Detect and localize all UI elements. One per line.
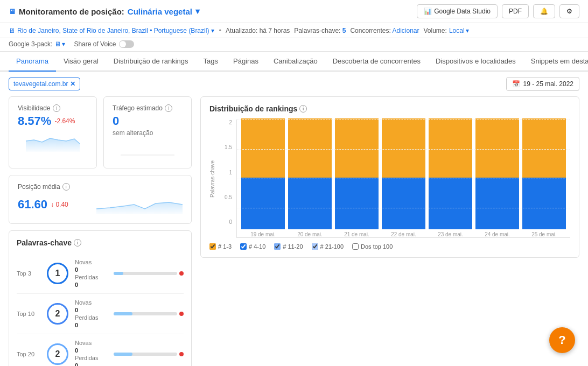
bar-seg-blue-25mai	[522, 178, 566, 229]
novas-label-top20: Novas	[75, 340, 107, 346]
bar-stack-21mai	[335, 118, 379, 229]
y-label-05: 0.5	[225, 194, 232, 200]
keywords-count[interactable]: 5	[342, 27, 346, 34]
kw-dot-top3	[179, 271, 184, 276]
tab-visao-geral[interactable]: Visão geral	[56, 52, 106, 72]
settings-button[interactable]: ⚙	[559, 4, 579, 18]
volume-selector[interactable]: Local ▾	[449, 27, 469, 34]
kw-bar-top20	[114, 352, 184, 356]
legend-checkbox-1-3[interactable]	[209, 243, 216, 250]
visibility-info-icon[interactable]: i	[53, 104, 60, 112]
chart-title: Distribuição de rankings i	[209, 104, 570, 113]
legend-checkbox-21-100[interactable]	[312, 243, 318, 250]
chart-info-icon[interactable]: i	[299, 105, 307, 112]
keywords-info-icon[interactable]: i	[74, 239, 81, 247]
bar-group-23mai: 23 de mai.	[429, 119, 472, 237]
tab-canibalizacao[interactable]: Canibalização	[266, 52, 325, 72]
perdidas-val-top3: 0	[75, 281, 107, 288]
data-studio-icon: 📊	[424, 8, 432, 15]
bar-group-25mai: 25 de mai.	[522, 119, 566, 237]
kw-bar-track-top10	[114, 312, 177, 315]
top-header: 🖥 Monitoramento de posição: Culinária ve…	[0, 0, 588, 23]
novas-val-top3: 0	[75, 266, 107, 273]
tab-tags[interactable]: Tags	[196, 52, 226, 72]
desktop-icon: 🖥	[54, 40, 61, 48]
add-competitors-link[interactable]: Adicionar	[392, 27, 419, 34]
keywords-section: Palavras-chave i Top 3 1 Novas 0 Perdida…	[9, 230, 192, 366]
tab-snippets[interactable]: Snippets em destaque	[523, 52, 588, 72]
kw-dot-top20	[179, 352, 184, 356]
bar-group-20mai: 20 de mai.	[288, 119, 332, 237]
y-label-15: 1.5	[225, 144, 232, 150]
legend-item-21-100[interactable]: # 21-100	[312, 243, 344, 250]
bar-seg-gold-20mai	[288, 118, 332, 178]
bar-stack-20mai	[288, 118, 332, 229]
gear-icon: ⚙	[566, 8, 572, 15]
google-pack-link[interactable]: 🖥 ▾	[54, 40, 65, 48]
kw-count-top20: 2	[47, 343, 68, 365]
avg-pos-sparkline-svg	[96, 193, 183, 214]
kpi-cards-row: Visibilidade i 8.57% -2.64%	[9, 96, 192, 168]
bar-group-22mai: 22 de mai.	[382, 119, 425, 237]
y-label-1: 1	[229, 170, 232, 175]
main-content: Visibilidade i 8.57% -2.64%	[0, 96, 588, 366]
legend-label-1-3: # 1-3	[218, 243, 232, 250]
filter-bar: tevavegetal.com.br ✕ 📅 19 - 25 mai. 2022	[0, 72, 588, 96]
notifications-button[interactable]: 🔔	[533, 4, 555, 18]
data-studio-button[interactable]: 📊 Google Data Studio	[417, 4, 498, 18]
visibility-sparkline	[18, 130, 88, 152]
updated-label: Atualizado: há 7 horas	[226, 27, 290, 34]
date-range-picker[interactable]: 📅 19 - 25 mai. 2022	[506, 77, 579, 91]
fab-label: ?	[558, 333, 565, 347]
calendar-icon: 📅	[512, 80, 520, 88]
legend-item-dos-top100[interactable]: Dos top 100	[352, 243, 393, 250]
domain-filter-tag[interactable]: tevavegetal.com.br ✕	[9, 78, 80, 90]
share-of-voice-toggle[interactable]	[119, 40, 134, 48]
legend-checkbox-11-20[interactable]	[274, 243, 281, 250]
bar-label-25mai: 25 de mai.	[531, 231, 557, 237]
kw-new-lost-top20: Novas 0 Perdidas 0	[75, 340, 107, 366]
volume-caret: ▾	[466, 27, 469, 34]
tab-panorama[interactable]: Panorama	[9, 52, 56, 72]
legend-item-1-3[interactable]: # 1-3	[209, 243, 232, 250]
avg-pos-info-icon[interactable]: i	[62, 183, 70, 191]
kw-bar-fill-top3	[114, 272, 123, 275]
legend-checkbox-4-10[interactable]	[240, 243, 247, 250]
competitors-info: Concorrentes: Adicionar	[350, 27, 419, 34]
kw-bar-track-top20	[114, 353, 177, 356]
kw-tier-top3: Top 3	[17, 270, 40, 277]
navigation-tabs: Panorama Visão geral Distribuição de ran…	[0, 52, 588, 72]
tab-dispositivos-localidades[interactable]: Dispositivos e localidades	[428, 52, 523, 72]
location-selector[interactable]: 🖥 Rio de Janeiro, State of Rio de Janeir…	[9, 27, 214, 34]
y-label-2: 2	[229, 119, 232, 125]
novas-val-top20: 0	[75, 347, 107, 354]
remove-filter-button[interactable]: ✕	[70, 80, 75, 88]
kpi-visibility-change: -2.64%	[54, 117, 75, 125]
help-fab[interactable]: ?	[549, 327, 575, 353]
traffic-info-icon[interactable]: i	[165, 104, 172, 112]
share-of-voice-toggle-area: Share of Voice	[74, 40, 134, 48]
bar-label-20mai: 20 de mai.	[297, 231, 323, 237]
domain-filter-label: tevavegetal.com.br	[13, 80, 68, 88]
legend-label-11-20: # 11-20	[283, 243, 303, 250]
kpi-visibility-label: Visibilidade i	[18, 104, 88, 112]
tab-descoberta-concorrentes[interactable]: Descoberta de concorrentes	[325, 52, 428, 72]
kpi-visibility: Visibilidade i 8.57% -2.64%	[9, 96, 97, 168]
bar-seg-gold-21mai	[335, 118, 379, 178]
project-name[interactable]: Culinária vegetal	[128, 7, 192, 16]
perdidas-label-top3: Perdidas	[75, 274, 107, 280]
legend-label-21-100: # 21-100	[320, 243, 344, 250]
project-name-caret[interactable]: ▾	[195, 6, 200, 16]
kpi-avg-pos-label: Posição média i	[18, 183, 183, 191]
legend-item-11-20[interactable]: # 11-20	[274, 243, 303, 250]
legend-item-4-10[interactable]: # 4-10	[240, 243, 265, 250]
bar-seg-blue-19mai	[241, 178, 285, 229]
kw-row-top10: Top 10 2 Novas 0 Perdidas 0	[17, 294, 184, 334]
pdf-button[interactable]: PDF	[502, 4, 529, 18]
legend-checkbox-dos-top100[interactable]	[352, 243, 359, 250]
monitor-small-icon: 🖥	[9, 27, 15, 34]
tab-distribuicao-rankings[interactable]: Distribuição de rankings	[106, 52, 196, 72]
tab-paginas[interactable]: Páginas	[226, 52, 266, 72]
bar-label-19mai: 19 de mai.	[250, 231, 276, 237]
perdidas-label-top20: Perdidas	[75, 355, 107, 361]
